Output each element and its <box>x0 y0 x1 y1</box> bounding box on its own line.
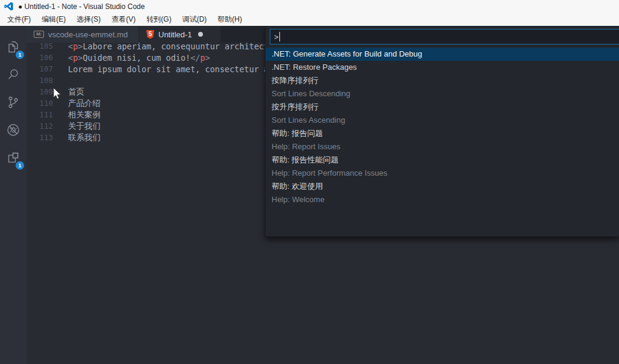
debug-no-bug-icon <box>6 123 20 137</box>
mouse-cursor-icon <box>53 87 62 100</box>
modified-dot-icon[interactable] <box>198 32 203 37</box>
command-palette-item[interactable]: Help: Report Issues <box>266 140 619 153</box>
menu-goto[interactable]: 转到(G) <box>141 13 176 26</box>
activitybar-extensions[interactable]: 1 <box>0 144 26 171</box>
activitybar-explorer[interactable]: 1 <box>0 33 26 61</box>
menu-edit[interactable]: 编辑(E) <box>36 13 71 26</box>
line-number: 110 <box>26 99 53 108</box>
command-palette-item[interactable]: Help: Welcome <box>266 193 619 206</box>
line-number: 112 <box>26 122 53 131</box>
tab-label: vscode-use-emmet.md <box>48 30 128 39</box>
tab-untitled-1[interactable]: 5 Untitled-1 <box>139 26 220 43</box>
menu-debug[interactable]: 调试(D) <box>177 13 213 26</box>
menu-view[interactable]: 查看(V) <box>106 13 141 26</box>
line-number: 113 <box>26 133 53 142</box>
code-text: Lorem ipsum dolor sit amet, consectetur … <box>68 64 273 74</box>
search-icon <box>6 67 20 82</box>
tab-label: Untitled-1 <box>158 30 192 39</box>
code-text: 相关案例 <box>68 110 101 120</box>
command-palette-item[interactable]: 帮助: 报告问题 <box>266 127 619 140</box>
command-palette-item[interactable]: 按降序排列行 <box>266 74 619 87</box>
line-number: 108 <box>26 76 53 85</box>
command-palette-item[interactable]: 帮助: 报告性能问题 <box>266 153 619 167</box>
command-palette-item[interactable]: 按升序排列行 <box>266 100 619 114</box>
explorer-badge: 1 <box>16 51 24 59</box>
text-caret <box>279 32 281 42</box>
line-number: 106 <box>26 53 53 62</box>
menu-help[interactable]: 帮助(H) <box>212 13 247 26</box>
html5-icon: 5 <box>146 30 154 39</box>
line-number: 111 <box>26 110 53 119</box>
code-text: 产品介绍 <box>68 98 101 109</box>
command-palette-input[interactable]: > <box>270 29 619 45</box>
code-text: 首页 <box>68 87 84 97</box>
command-palette-item[interactable]: .NET: Generate Assets for Build and Debu… <box>266 48 619 61</box>
menu-bar: 文件(F) 编辑(E) 选择(S) 查看(V) 转到(G) 调试(D) 帮助(H… <box>0 13 619 26</box>
window-title: ● Untitled-1 - Note - Visual Studio Code <box>18 2 145 11</box>
menu-select[interactable]: 选择(S) <box>71 13 106 26</box>
line-number: 105 <box>26 42 53 51</box>
line-number: 109 <box>26 87 53 96</box>
workbench: 105<p>Labore aperiam, consequuntur archi… <box>0 26 619 364</box>
activity-bar: 1 <box>0 26 26 364</box>
vscode-logo-icon <box>4 2 13 11</box>
title-bar: ● Untitled-1 - Note - Visual Studio Code <box>0 0 619 13</box>
code-text: 关于我们 <box>68 121 101 132</box>
line-number: 107 <box>26 64 53 73</box>
menu-file[interactable]: 文件(F) <box>2 13 36 26</box>
command-palette-item[interactable]: Sort Lines Ascending <box>266 114 619 127</box>
activitybar-search[interactable] <box>0 61 26 88</box>
code-text: <p>Quidem nisi, cum odio!</p> <box>68 53 210 63</box>
command-palette-list: .NET: Generate Assets for Build and Debu… <box>266 48 619 206</box>
activitybar-source-control[interactable] <box>0 88 26 116</box>
command-palette-item[interactable]: .NET: Restore Packages <box>266 61 619 74</box>
tab-vscode-use-emmet[interactable]: M↓ vscode-use-emmet.md <box>26 26 138 43</box>
code-text: 联系我们 <box>68 132 101 143</box>
git-branch-icon <box>6 95 20 110</box>
command-palette: > .NET: Generate Assets for Build and De… <box>265 26 619 236</box>
activitybar-debug[interactable] <box>0 116 26 144</box>
command-palette-item[interactable]: Help: Report Performance Issues <box>266 167 619 180</box>
command-input-value: > <box>274 32 279 42</box>
command-palette-item[interactable]: Sort Lines Descending <box>266 87 619 100</box>
markdown-icon: M↓ <box>34 31 44 38</box>
command-palette-item[interactable]: 帮助: 欢迎使用 <box>266 180 619 193</box>
extensions-badge: 1 <box>16 161 24 170</box>
